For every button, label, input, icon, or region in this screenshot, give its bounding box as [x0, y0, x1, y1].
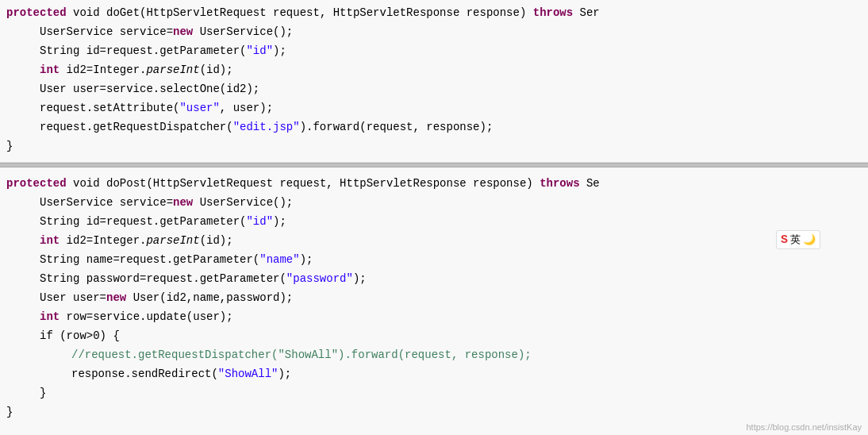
- line-dopost-int-id2: int id2=Integer.parseInt(id);: [0, 231, 868, 250]
- doget-sig-end: Ser: [573, 6, 600, 19]
- line-dopost-string-id: String id=request.getParameter("id");: [0, 212, 868, 231]
- ime-badge: S 英 🌙: [776, 230, 820, 249]
- line-dopost-if-close: }: [0, 383, 868, 402]
- dopost-block: protected void doPost(HttpServletRequest…: [0, 167, 868, 425]
- line-dopost-comment: //request.getRequestDispatcher("ShowAll"…: [0, 345, 868, 364]
- kw-protected-1: protected: [6, 6, 67, 19]
- line-doget-setattr: request.setAttribute("user", user);: [0, 98, 868, 117]
- line-doget-close: }: [0, 137, 868, 156]
- doget-sig-middle: void doGet(HttpServletRequest request, H…: [67, 6, 533, 19]
- line-dopost-string-name: String name=request.getParameter("name")…: [0, 250, 868, 269]
- code-area: protected void doGet(HttpServletRequest …: [0, 0, 868, 435]
- line-doget-user: User user=service.selectOne(id2);: [0, 79, 868, 98]
- kw-throws-2: throws: [540, 177, 579, 190]
- line-doget-userservice: UserService service=new UserService();: [0, 22, 868, 41]
- line-doget-int-id2: int id2=Integer.parseInt(id);: [0, 60, 868, 79]
- kw-throws-1: throws: [533, 6, 573, 19]
- line-doget-signature: protected void doGet(HttpServletRequest …: [0, 3, 868, 22]
- watermark: https://blog.csdn.net/insistKay: [746, 422, 862, 432]
- line-doget-dispatcher: request.getRequestDispatcher("edit.jsp")…: [0, 117, 868, 137]
- line-dopost-redirect: response.sendRedirect("ShowAll");: [0, 364, 868, 383]
- line-dopost-new-user: User user=new User(id2,name,password);: [0, 288, 868, 307]
- ime-moon: 🌙: [803, 233, 816, 246]
- kw-protected-2: protected: [6, 177, 67, 190]
- line-dopost-string-password: String password=request.getParameter("pa…: [0, 269, 868, 288]
- line-dopost-userservice: UserService service=new UserService();: [0, 193, 868, 212]
- line-dopost-signature: protected void doPost(HttpServletRequest…: [0, 174, 868, 193]
- ime-s-icon: S: [781, 233, 788, 247]
- ime-lang: 英: [790, 233, 801, 247]
- line-doget-string-id: String id=request.getParameter("id");: [0, 41, 868, 60]
- line-dopost-if: if (row>0) {: [0, 326, 868, 345]
- doget-block: protected void doGet(HttpServletRequest …: [0, 0, 868, 163]
- line-dopost-close: }: [0, 402, 868, 422]
- line-dopost-int-row: int row=service.update(user);: [0, 307, 868, 326]
